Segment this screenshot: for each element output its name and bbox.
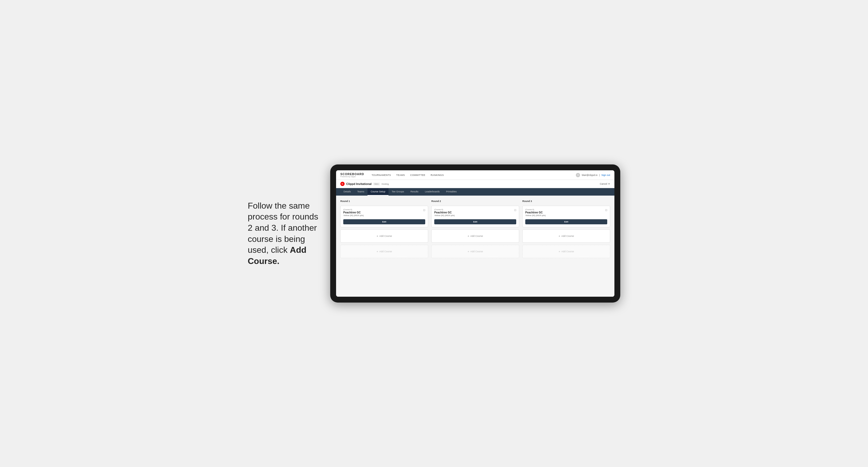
c-logo: C [340,182,345,186]
tablet-screen: SCOREBOARD Powered by clippd TOURNAMENTS… [336,170,614,297]
round-3-add-course-active[interactable]: + Add Course [522,229,610,243]
round-3-label: Round 3 [522,200,610,203]
round-3-course-card: (Course A) Peachtree GC Yellow (M) (6629… [522,206,610,227]
add-course-plus-icon-2: + [468,235,469,238]
add-course-plus-icon-1: + [376,235,378,238]
tournament-info: C Clippd Invitational Men Hosting [340,182,389,186]
hosting-badge: Hosting [381,183,389,185]
round-2-course-tag: (Course A) [434,209,455,211]
top-nav: SCOREBOARD Powered by clippd TOURNAMENTS… [336,170,614,180]
add-course-plus-icon-3b: + [559,250,560,253]
tab-course-setup[interactable]: Course Setup [368,188,389,195]
round-1-col: Round 1 (Course A) Peachtree GC Yellow (… [340,200,428,258]
round-2-course-card: (Course A) Peachtree GC Yellow (M) (6629… [431,206,519,227]
round-3-delete-icon[interactable]: ⊡ [605,209,607,212]
round-2-edit-button[interactable]: Edit [434,219,516,224]
round-2-add-course-inactive: + Add Course [431,245,519,258]
user-email: blair@clippd.io [582,174,597,177]
tab-leaderboards[interactable]: Leaderboards [422,188,443,195]
round-3-edit-button[interactable]: Edit [525,219,607,224]
nav-rankings[interactable]: RANKINGS [431,173,443,177]
course-card-header-3: (Course A) Peachtree GC Yellow (M) (6629… [525,209,607,219]
round-2-course-detail: Yellow (M) (6629 yds) [434,214,455,217]
pipe-separator: | [599,174,600,177]
round-2-delete-icon[interactable]: ⊡ [514,209,516,212]
nav-tournaments[interactable]: TOURNAMENTS [371,173,391,177]
tab-results[interactable]: Results [407,188,422,195]
sign-out-link[interactable]: Sign out [601,174,610,177]
tab-printables[interactable]: Printables [443,188,460,195]
close-icon: ✕ [608,183,610,185]
tab-teams[interactable]: Teams [354,188,368,195]
tabs-bar: Details Teams Course Setup Tee Groups Re… [336,188,614,195]
brand: SCOREBOARD Powered by clippd [340,173,364,178]
round-1-course-card: (Course A) Peachtree GC Yellow (M) (6629… [340,206,428,227]
round-1-add-course-active[interactable]: + Add Course [340,229,428,243]
tab-tee-groups[interactable]: Tee Groups [389,188,407,195]
round-1-course-detail: Yellow (M) (6629 yds) [343,214,364,217]
add-course-plus-icon-2b: + [468,250,469,253]
round-1-edit-button[interactable]: Edit [343,219,425,224]
top-nav-right: B blair@clippd.io | Sign out [576,173,610,177]
add-course-plus-icon-1b: + [376,250,378,253]
nav-teams[interactable]: TEAMS [396,173,405,177]
sub-header: C Clippd Invitational Men Hosting Cancel… [336,180,614,188]
top-nav-left: SCOREBOARD Powered by clippd TOURNAMENTS… [340,173,444,178]
gender-badge: Men [373,183,380,185]
round-2-add-course-active[interactable]: + Add Course [431,229,519,243]
tournament-name: Clippd Invitational [346,182,371,185]
instruction-block: Follow the same process for rounds 2 and… [248,200,322,267]
tab-details[interactable]: Details [340,188,354,195]
round-3-course-tag: (Course A) [525,209,546,211]
course-card-header: (Course A) Peachtree GC Yellow (M) (6629… [343,209,425,219]
rounds-container: Round 1 (Course A) Peachtree GC Yellow (… [340,200,610,258]
page-wrapper: Follow the same process for rounds 2 and… [248,164,620,303]
round-3-col: Round 3 (Course A) Peachtree GC Yellow (… [522,200,610,258]
main-content: Round 1 (Course A) Peachtree GC Yellow (… [336,195,614,297]
round-1-delete-icon[interactable]: ⊡ [423,209,425,212]
brand-title: SCOREBOARD [340,173,364,176]
course-card-header-2: (Course A) Peachtree GC Yellow (M) (6629… [434,209,516,219]
nav-links: TOURNAMENTS TEAMS COMMITTEE RANKINGS [371,173,443,177]
round-1-label: Round 1 [340,200,428,203]
tablet-frame: SCOREBOARD Powered by clippd TOURNAMENTS… [330,164,620,303]
round-3-course-detail: Yellow (M) (6629 yds) [525,214,546,217]
add-course-plus-icon-3: + [559,235,560,238]
brand-sub: Powered by clippd [340,176,364,178]
cancel-button[interactable]: Cancel ✕ [600,183,610,185]
round-2-label: Round 2 [431,200,519,203]
round-1-add-course-inactive: + Add Course [340,245,428,258]
nav-committee[interactable]: COMMITTEE [410,173,426,177]
round-1-course-name: Peachtree GC [343,211,364,214]
avatar: B [576,173,580,177]
round-2-col: Round 2 (Course A) Peachtree GC Yellow (… [431,200,519,258]
round-1-course-tag: (Course A) [343,209,364,211]
round-2-course-name: Peachtree GC [434,211,455,214]
round-3-course-name: Peachtree GC [525,211,546,214]
round-3-add-course-inactive: + Add Course [522,245,610,258]
